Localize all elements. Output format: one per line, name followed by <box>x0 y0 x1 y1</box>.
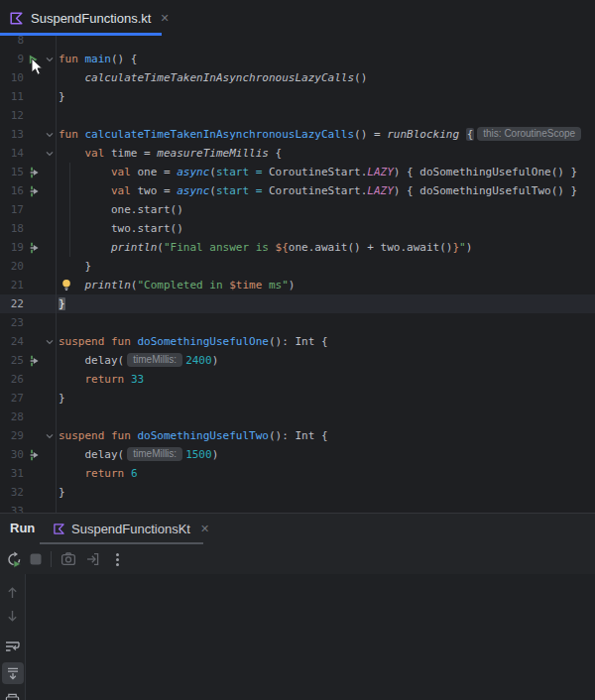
camera-button[interactable] <box>58 548 78 570</box>
fold-chevron-icon[interactable] <box>43 426 57 445</box>
code-token: LAZY <box>367 184 394 197</box>
inlay-hint: this: CoroutineScope <box>477 127 581 141</box>
code-token <box>59 373 85 386</box>
run-toolbar <box>0 544 595 574</box>
code-token: calculateTimeTakenInAsynchronousLazyCall… <box>85 128 355 141</box>
editor-tab-suspendfunctions[interactable]: SuspendFunctions.kt ✕ <box>0 0 162 36</box>
fold-chevron-icon[interactable] <box>43 50 57 68</box>
line-number: 27 <box>0 389 24 408</box>
code-editor[interactable]: 89fun main() {10 calculateTimeTakenInAsy… <box>0 36 595 513</box>
gutter-icon-slot <box>24 332 43 351</box>
close-run-tab-icon[interactable]: ✕ <box>200 523 209 535</box>
fold-slot <box>43 238 57 257</box>
code-token: () = <box>354 128 387 141</box>
code-token: return <box>85 467 125 480</box>
code-token: () { <box>111 53 138 65</box>
code-line: 10 calculateTimeTakenInAsynchronousLazyC… <box>0 68 595 87</box>
run-console-area <box>0 574 595 700</box>
suspend-call-gutter-icon <box>24 238 43 257</box>
fold-slot <box>43 276 57 294</box>
code-token: CoroutineStart. <box>269 184 367 197</box>
run-tool-window-header: Run SuspendFunctionsKt ✕ <box>0 514 595 544</box>
fold-slot <box>43 257 57 276</box>
editor-tab-title: SuspendFunctions.kt <box>31 11 151 26</box>
fold-slot <box>43 408 57 426</box>
code-line: 15 val one = async(start = CoroutineStar… <box>0 163 595 181</box>
code-line: 9fun main() { <box>0 50 595 68</box>
line-number: 13 <box>0 125 24 144</box>
code-text <box>57 408 595 426</box>
mouse-cursor-icon <box>31 58 44 80</box>
fold-chevron-icon[interactable] <box>43 332 57 351</box>
gutter-icon-slot <box>24 389 43 408</box>
code-token: doSomethingUsefulOne <box>137 335 268 348</box>
code-token: async <box>177 184 209 197</box>
code-token: { <box>466 128 475 141</box>
print-icon[interactable] <box>2 689 24 700</box>
code-text: suspend fun doSomethingUsefulOne(): Int … <box>57 332 595 351</box>
code-token: fun <box>59 128 85 141</box>
code-token: ) <box>289 279 296 292</box>
fold-chevron-icon[interactable] <box>43 125 57 144</box>
fold-slot <box>43 351 57 370</box>
code-token: runBlocking <box>387 128 465 141</box>
intention-bulb-icon[interactable] <box>60 279 72 294</box>
code-token: ) <box>212 448 219 461</box>
code-token: println <box>111 241 157 254</box>
code-line: 31 return 6 <box>0 464 595 483</box>
code-line: 13fun calculateTimeTakenInAsynchronousLa… <box>0 125 595 144</box>
code-line: 28 <box>0 408 595 426</box>
code-text: fun calculateTimeTakenInAsynchronousLazy… <box>57 125 595 144</box>
soft-wrap-icon[interactable] <box>2 636 24 657</box>
code-token: CoroutineStart. <box>269 166 367 178</box>
code-token: two.start() <box>59 222 183 235</box>
code-token: ( <box>209 184 216 197</box>
code-line: 16 val two = async(start = CoroutineStar… <box>0 181 595 200</box>
code-text: one.start() <box>57 200 595 219</box>
line-number: 29 <box>0 426 24 445</box>
gutter-icon-slot <box>24 125 43 144</box>
code-token: suspend fun <box>59 335 137 348</box>
code-text: return 33 <box>57 370 595 389</box>
attach-button[interactable] <box>82 548 103 570</box>
more-options-button[interactable] <box>107 548 128 570</box>
line-number: 30 <box>0 445 24 464</box>
fold-slot <box>43 313 57 332</box>
code-token: fun <box>59 53 85 65</box>
fold-slot <box>43 445 57 464</box>
code-token: val <box>85 147 105 160</box>
code-text: } <box>57 294 595 313</box>
code-line: 24suspend fun doSomethingUsefulOne(): In… <box>0 332 595 351</box>
console-output[interactable] <box>26 574 595 700</box>
line-number: 21 <box>0 276 24 294</box>
gutter-icon-slot <box>24 200 43 219</box>
arrow-up-icon[interactable] <box>2 582 24 604</box>
code-token: return <box>85 373 125 386</box>
code-token: } <box>59 90 65 103</box>
line-number: 11 <box>0 87 24 106</box>
stop-button[interactable] <box>25 548 46 570</box>
code-text: val time = measureTimeMillis { <box>57 144 595 163</box>
gutter-icon-slot <box>24 502 43 513</box>
code-token: one.await() + two.await() <box>289 241 453 254</box>
arrow-down-icon[interactable] <box>2 605 24 627</box>
suspend-call-gutter-icon <box>24 163 43 181</box>
suspend-call-gutter-icon <box>24 181 43 200</box>
run-tab-suspendfunctionskt[interactable]: SuspendFunctionsKt ✕ <box>40 514 203 544</box>
rerun-button[interactable] <box>4 548 25 570</box>
code-lines: 89fun main() {10 calculateTimeTakenInAsy… <box>0 36 595 513</box>
code-token: 33 <box>131 373 144 386</box>
code-token <box>59 184 111 197</box>
fold-chevron-icon[interactable] <box>43 144 57 163</box>
code-token: (): Int { <box>269 429 328 442</box>
kotlin-file-icon <box>9 11 24 26</box>
line-number: 8 <box>0 36 24 50</box>
code-line: 22} <box>0 294 595 313</box>
line-number: 26 <box>0 370 24 389</box>
scroll-to-end-icon[interactable] <box>2 662 24 684</box>
code-line: 12 <box>0 106 595 125</box>
line-number: 23 <box>0 313 24 332</box>
code-token: "Completed in <box>137 279 229 292</box>
close-tab-icon[interactable]: ✕ <box>160 12 169 25</box>
code-line: 11} <box>0 87 595 106</box>
